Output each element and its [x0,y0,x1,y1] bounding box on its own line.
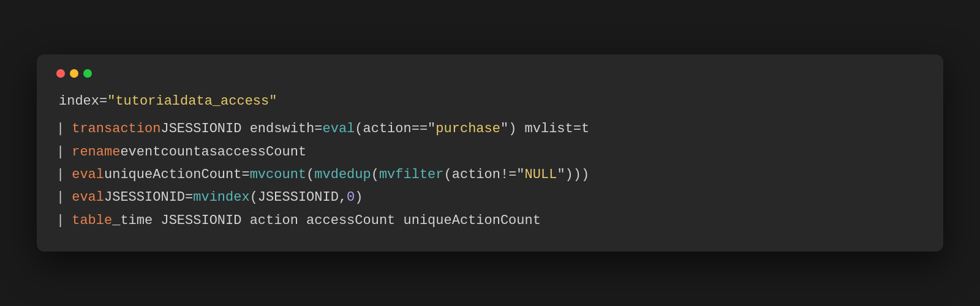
terminal-window: index="tutorialdata_access" |transaction… [37,54,943,252]
code-line-1: |rename eventcount as accessCount [56,141,924,163]
code-segment-2-2: mvcount [250,163,306,186]
index-key: index= [59,90,107,113]
code-segment-0-5: ") mvlist=t [500,118,589,140]
minimize-button[interactable] [70,69,78,78]
pipe-2: | [56,163,64,186]
index-line: index="tutorialdata_access" [56,90,924,113]
code-segment-0-4: purchase [435,118,500,140]
code-segment-2-4: mvdedup [314,163,371,186]
code-segment-3-0: eval [72,186,104,209]
code-segment-4-1: _time JSESSIONID action accessCount uniq… [112,209,541,232]
code-segment-1-2: as [201,141,217,163]
index-value: "tutorialdata_access" [107,90,277,113]
code-segment-3-2: mvindex [193,186,249,209]
code-segment-2-0: eval [72,163,104,186]
code-segment-0-1: JSESSIONID endswith= [160,118,322,140]
code-segment-1-1: eventcount [120,141,201,163]
title-bar [56,69,924,78]
code-segment-3-4: 0 [347,186,355,209]
pipe-1: | [56,141,64,163]
code-segment-2-7: (action!=" [444,163,525,186]
code-segment-3-5: ) [355,186,363,209]
code-line-4: |table _time JSESSIONID action accessCou… [56,209,924,232]
code-line-2: |eval uniqueActionCount=mvcount(mvdedup(… [56,163,924,186]
code-segment-2-6: mvfilter [379,163,444,186]
code-segment-0-0: transaction [72,118,160,140]
maximize-button[interactable] [83,69,92,78]
code-segment-1-0: rename [72,141,120,163]
code-lines: |transaction JSESSIONID endswith=eval(ac… [56,118,924,232]
close-button[interactable] [56,69,65,78]
code-segment-2-1: uniqueActionCount= [104,163,250,186]
code-segment-3-3: (JSESSIONID, [250,186,347,209]
code-segment-4-0: table [72,209,112,232]
code-line-3: |eval JSESSIONID=mvindex(JSESSIONID,0) [56,186,924,209]
pipe-4: | [56,209,64,232]
code-segment-1-3: accessCount [217,141,306,163]
code-line-0: |transaction JSESSIONID endswith=eval(ac… [56,118,924,140]
code-segment-0-2: eval [322,118,355,140]
code-segment-3-1: JSESSIONID= [104,186,193,209]
code-block: index="tutorialdata_access" |transaction… [56,90,924,232]
pipe-3: | [56,186,64,209]
code-segment-2-9: "))) [557,163,589,186]
code-segment-2-8: NULL [525,163,557,186]
code-segment-0-3: (action==" [355,118,435,140]
pipe-0: | [56,118,64,140]
code-segment-2-3: ( [306,163,314,186]
code-segment-2-5: ( [371,163,379,186]
